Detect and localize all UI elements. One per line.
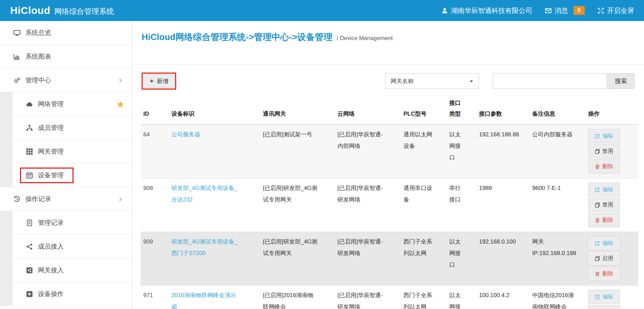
cell-text: 网关IP:192.168.0.198 xyxy=(532,236,576,259)
sidebar-item-label: 设备管理 xyxy=(38,171,64,180)
cell-gateway: [已启用]2016湖南物联网峰会 xyxy=(260,286,335,309)
edit-icon xyxy=(595,241,600,246)
column-header: 通讯网关 xyxy=(260,89,335,124)
history-icon xyxy=(12,196,22,202)
plus-icon xyxy=(149,79,154,83)
cell-text: 公司内部服务器 xyxy=(532,129,573,140)
gears-icon xyxy=(12,77,22,84)
fullscreen-button[interactable]: 开启全屏 xyxy=(598,6,634,15)
sidebar-item-label: 系统总览 xyxy=(25,28,51,37)
device-link[interactable]: 研发部_4G测试专用设备_台达232 xyxy=(171,182,239,206)
grid-icon xyxy=(25,148,34,155)
enable-button[interactable]: 启用 xyxy=(588,251,620,266)
cell-id: 909 xyxy=(141,232,169,286)
messages-menu[interactable]: 消息 0 xyxy=(545,6,585,15)
add-device-button[interactable]: 新增 xyxy=(143,74,174,88)
search-button[interactable]: 搜索 xyxy=(607,73,635,89)
delete-button[interactable]: 删除 xyxy=(588,267,620,281)
column-header: 设备标识 xyxy=(169,89,260,124)
sidebar-item-device-operation[interactable]: 设备操作 xyxy=(0,282,132,306)
edit-icon xyxy=(595,134,600,139)
cell-actions: 编辑禁用删除 xyxy=(585,178,638,232)
edit-button[interactable]: 编辑 xyxy=(588,236,620,250)
column-header: 云网络 xyxy=(335,89,401,124)
cell-params: 192.168.0.100 xyxy=(476,232,529,286)
disable-button[interactable]: 禁用 xyxy=(588,198,620,212)
sidebar-item-label: 成员接入 xyxy=(38,242,64,251)
toolbar: 新增 网关名称 搜索 xyxy=(142,73,635,89)
caret-down-icon xyxy=(469,79,474,83)
page-subtitle: / Device Management xyxy=(337,35,393,41)
sidebar-item-management-records[interactable]: 管理记录 xyxy=(0,211,132,235)
sidebar-item-system-charts[interactable]: 系统图表 xyxy=(0,45,132,69)
messages-label: 消息 xyxy=(555,6,568,15)
enable-button[interactable]: 启用 xyxy=(588,305,620,309)
file-text-icon xyxy=(25,219,34,226)
sidebar-item-gateway-management[interactable]: 网关管理 xyxy=(0,140,132,163)
cell-device: 2016湖南物联网峰会演示箱 xyxy=(169,286,260,309)
cell-network: [已启用]华辰智通-研发网络 xyxy=(335,286,401,309)
edit-button[interactable]: 编辑 xyxy=(588,129,620,143)
cell-iface: 以太网接口 xyxy=(446,232,476,286)
cell-text: 通用串口设备 xyxy=(403,182,437,206)
device-link[interactable]: 研发部_4G测试专用设备_西门子S7200 xyxy=(171,236,239,259)
cell-text: 9600 7-E-1 xyxy=(532,182,561,194)
disable-button[interactable]: 禁用 xyxy=(588,144,620,158)
cell-id: 908 xyxy=(141,178,169,232)
annotation-box-add: 新增 xyxy=(142,73,176,90)
sidebar-item-gateway-access[interactable]: 网关接入 xyxy=(0,258,132,282)
cell-iface: 串行接口 xyxy=(446,178,476,232)
bar-chart-icon xyxy=(12,53,22,60)
cell-iface: 以太网接口 xyxy=(446,286,476,309)
select-value: 网关名称 xyxy=(391,77,414,85)
sidebar-item-management-center[interactable]: 管理中心 xyxy=(0,69,132,92)
edit-button[interactable]: 编辑 xyxy=(588,182,620,197)
cell-remark: 公司内部服务器 xyxy=(529,124,585,178)
sidebar-item-member-access[interactable]: 成员接入 xyxy=(0,235,132,258)
monitor-icon xyxy=(12,30,22,36)
share-icon xyxy=(25,243,34,250)
sidebar-item-network-management[interactable]: 网络管理 xyxy=(0,92,132,116)
gateway-name-select[interactable]: 网关名称 xyxy=(385,73,479,89)
company-menu[interactable]: 湖南华辰智通科技有限公司 xyxy=(441,6,532,15)
device-link[interactable]: 2016湖南物联网峰会演示箱 xyxy=(171,290,239,309)
column-header: 接口类型 xyxy=(446,89,476,124)
delete-button[interactable]: 删除 xyxy=(588,213,620,227)
toolbar-right: 网关名称 搜索 xyxy=(385,73,635,89)
cell-network: [已启用]华辰智通-研发网络 xyxy=(335,178,401,232)
cell-device: 研发部_4G测试专用设备_西门子S7200 xyxy=(169,232,260,286)
column-header: 操作 xyxy=(585,89,638,124)
cell-text: [已启用]华辰智通-研发网络 xyxy=(337,236,387,259)
sidebar-item-operation-records[interactable]: 操作记录 xyxy=(0,187,132,211)
device-link[interactable]: 公司服务器 xyxy=(171,129,200,140)
cell-text: 以太网接口 xyxy=(449,129,463,163)
cell-text: [已启用]测试架一号 xyxy=(263,129,312,140)
device-table: ID设备标识通讯网关云网络PLC型号接口类型接口参数备注信息操作 64公司服务器… xyxy=(141,89,638,309)
edit-button[interactable]: 编辑 xyxy=(588,290,620,304)
cell-id: 64 xyxy=(141,124,169,178)
cell-gateway: [已启用]研发部_4G测试专用网关 xyxy=(260,232,335,286)
fullscreen-label: 开启全屏 xyxy=(607,6,634,15)
sidebar-nav: 系统总览系统图表管理中心网络管理成员管理网关管理设备管理操作记录管理记录成员接入… xyxy=(0,21,132,306)
delete-button[interactable]: 删除 xyxy=(588,159,620,174)
sidebar-item-label: 网络管理 xyxy=(38,100,64,109)
button-label: 删除 xyxy=(602,271,613,276)
sidebar: 系统总览系统图表管理中心网络管理成员管理网关管理设备管理操作记录管理记录成员接入… xyxy=(0,21,132,309)
annotation-box-device-management: 设备管理 xyxy=(20,168,74,183)
search-input[interactable] xyxy=(493,73,607,89)
cell-text: [已启用]华辰智通-研发网络 xyxy=(337,182,387,206)
sidebar-item-system-overview[interactable]: 系统总览 xyxy=(0,21,132,45)
cell-text: 串行接口 xyxy=(449,182,463,206)
plus-square-icon xyxy=(25,291,34,297)
cell-text: [已启用]2016湖南物联网峰会 xyxy=(263,290,319,309)
topbar-right: 湖南华辰智通科技有限公司 消息 0 开启全屏 xyxy=(441,6,634,15)
page-title: HiCloud网络综合管理系统->管理中心->设备管理 xyxy=(142,32,332,42)
button-label: 启用 xyxy=(602,256,613,261)
table-body: 64公司服务器[已启用]测试架一号[已启用]华辰智通-内部网络通用以太网设备以太… xyxy=(141,124,638,309)
sidebar-item-member-management[interactable]: 成员管理 xyxy=(0,116,132,140)
cell-text: 西门子全系列以太网 xyxy=(403,236,437,259)
table-row: 64公司服务器[已启用]测试架一号[已启用]华辰智通-内部网络通用以太网设备以太… xyxy=(141,124,638,178)
user-icon xyxy=(441,7,448,14)
sidebar-item-device-management[interactable]: 设备管理 xyxy=(0,163,132,187)
cell-remark: 网关IP:192.168.0.198 xyxy=(529,232,585,286)
